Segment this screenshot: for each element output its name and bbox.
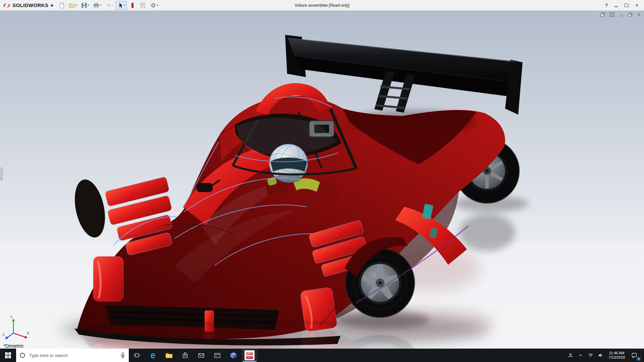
show-desktop-button[interactable] xyxy=(641,349,644,362)
gear-icon xyxy=(150,2,157,9)
microphone-icon[interactable] xyxy=(120,352,125,358)
doc-minimize-icon xyxy=(619,12,624,17)
store-icon xyxy=(181,352,189,359)
options-caret[interactable]: ▾ xyxy=(157,4,158,7)
print-icon xyxy=(93,2,100,9)
orientation-triad: Y X Z xyxy=(2,314,30,343)
search-box[interactable] xyxy=(16,349,129,362)
clock-time: 11:46 AM xyxy=(609,351,625,355)
people-button[interactable] xyxy=(566,349,576,362)
open-button[interactable]: ▾ xyxy=(67,1,78,10)
minimize-button[interactable] xyxy=(614,2,618,8)
volume-button[interactable] xyxy=(596,349,606,362)
brand-text: SOLIDWORKS xyxy=(12,2,48,8)
window-app-button[interactable] xyxy=(209,349,225,362)
file-explorer-button[interactable] xyxy=(161,349,177,362)
side-mirror[interactable] xyxy=(197,183,213,192)
maximize-button[interactable] xyxy=(625,2,629,8)
select-tool-button[interactable]: ▾ xyxy=(116,1,127,10)
undo-button[interactable]: ▾ xyxy=(104,1,115,10)
sw-glyph: SW xyxy=(246,352,253,356)
edge-icon: e xyxy=(150,351,155,360)
clock[interactable]: 11:46 AM 7/13/2018 xyxy=(606,349,628,362)
axis-y-label: Y xyxy=(10,315,12,319)
axis-z-label: Z xyxy=(3,333,5,337)
search-input[interactable] xyxy=(29,353,117,358)
appearance-icon xyxy=(129,2,136,9)
doc-close-button[interactable]: ✕ xyxy=(637,13,641,17)
doc-restore-button[interactable] xyxy=(628,12,633,17)
open-folder-icon xyxy=(69,2,75,9)
open-caret[interactable]: ▾ xyxy=(76,4,77,7)
close-button[interactable]: ✕ xyxy=(635,3,639,8)
menu-expand-arrow[interactable]: ▶ xyxy=(51,3,54,7)
viewer-app-icon xyxy=(230,352,237,359)
windows-taskbar: e xyxy=(0,349,644,362)
solidworks-menu[interactable]: SOLIDWORKS xyxy=(3,2,48,8)
network-button[interactable] xyxy=(586,349,596,362)
doc-minimize-button[interactable] xyxy=(619,12,624,17)
save-button[interactable]: ▾ xyxy=(79,1,91,10)
start-button[interactable] xyxy=(0,349,16,362)
doc-cascade-button[interactable] xyxy=(600,12,605,17)
chevron-up-icon xyxy=(578,353,583,358)
viewer-app-button[interactable] xyxy=(225,349,241,362)
save-caret[interactable]: ▾ xyxy=(88,4,89,7)
undo-icon xyxy=(105,2,112,9)
people-icon xyxy=(568,353,573,358)
search-icon xyxy=(19,352,25,358)
notebook-icon xyxy=(140,2,146,9)
save-icon xyxy=(81,2,88,9)
mail-icon xyxy=(198,352,205,359)
doc-tile-button[interactable] xyxy=(610,12,614,17)
edge-button[interactable]: e xyxy=(145,349,161,362)
print-button[interactable]: ▾ xyxy=(92,1,103,10)
action-center-button[interactable]: 4 xyxy=(628,349,641,362)
system-tray: 11:46 AM 7/13/2018 4 xyxy=(566,349,644,362)
document-window-controls: ✕ xyxy=(600,12,641,17)
print-caret[interactable]: ▾ xyxy=(100,4,101,7)
action-center-icon xyxy=(631,352,637,358)
doc-restore-icon xyxy=(628,12,633,17)
new-document-button[interactable] xyxy=(57,1,66,10)
speaker-icon xyxy=(598,353,603,358)
task-view-button[interactable] xyxy=(129,349,145,362)
select-caret[interactable]: ▾ xyxy=(124,4,125,7)
panel-splitter-handle[interactable] xyxy=(0,168,3,180)
tray-expand-button[interactable] xyxy=(576,349,586,362)
store-button[interactable] xyxy=(177,349,193,362)
window-app-icon xyxy=(214,352,221,359)
view-orientation-label: *Dimetric xyxy=(3,343,24,349)
wifi-icon xyxy=(588,353,593,358)
task-view-icon xyxy=(133,352,141,359)
clock-date: 7/13/2018 xyxy=(608,355,625,360)
dassault-logo-icon xyxy=(3,2,11,8)
tile-icon xyxy=(610,12,614,17)
new-document-icon xyxy=(58,2,65,9)
quick-toolbar: ▾ ▾ ▾ ▾ xyxy=(57,1,160,10)
options-button[interactable]: ▾ xyxy=(149,1,160,10)
app-titlebar: SOLIDWORKS ▶ ▾ ▾ xyxy=(0,0,644,11)
select-arrow-icon xyxy=(117,2,124,9)
notification-badge: 4 xyxy=(637,357,640,361)
window-controls: ? ✕ xyxy=(605,2,641,8)
windows-logo-icon xyxy=(5,352,11,358)
help-button[interactable]: ? xyxy=(605,3,608,8)
graphics-area[interactable]: ✕ Y X Z *Dimetric xyxy=(0,11,644,349)
appearance-button[interactable] xyxy=(128,1,137,10)
mail-button[interactable] xyxy=(193,349,209,362)
file-explorer-icon xyxy=(165,352,173,359)
solidworks-task-button[interactable]: SW 2017 xyxy=(241,349,258,362)
cascade-icon xyxy=(600,12,605,17)
model-canvas[interactable] xyxy=(0,11,644,349)
maximize-icon xyxy=(625,4,629,7)
minimize-icon xyxy=(614,5,618,7)
evaluate-button[interactable] xyxy=(138,1,148,10)
axis-x-label: X xyxy=(27,331,29,335)
solidworks-app-icon: SW 2017 xyxy=(245,350,255,360)
sw-year-badge: 2017 xyxy=(246,356,253,359)
undo-caret[interactable]: ▾ xyxy=(112,4,113,7)
